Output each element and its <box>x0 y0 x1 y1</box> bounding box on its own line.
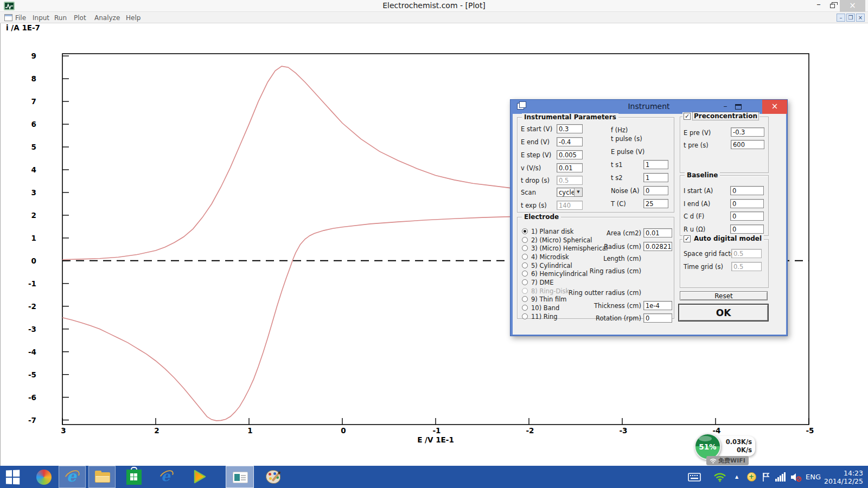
menu-item-input[interactable]: Input <box>29 14 53 22</box>
i-start-input[interactable]: 0 <box>730 186 764 195</box>
instrumental-parameters-group: Instrumental Parameters E start (V)0.3E … <box>517 117 674 213</box>
action-center-button[interactable] <box>760 466 773 488</box>
r-u-label: R u (Ω) <box>684 226 705 233</box>
temperature-input[interactable]: 25 <box>643 199 668 208</box>
electrode-radio-7[interactable] <box>522 279 528 285</box>
i-end-input[interactable]: 0 <box>730 199 764 208</box>
dialog-maximize-button[interactable] <box>735 104 742 110</box>
svg-text:-4: -4 <box>713 426 721 435</box>
svg-text:-2: -2 <box>28 302 36 311</box>
menu-item-run[interactable]: Run <box>51 14 70 22</box>
t-s2-input[interactable]: 1 <box>643 173 668 182</box>
electrode-radio-3[interactable] <box>522 245 528 251</box>
electrode-radio-4[interactable] <box>522 254 528 260</box>
upload-speed: 0.03K/s <box>719 438 752 446</box>
mdi-document-icon[interactable] <box>4 14 12 21</box>
scan-rate-input[interactable]: 0.01 <box>557 163 583 172</box>
window-close-button[interactable]: × <box>840 0 865 12</box>
internet-explorer-alt-button[interactable]: e <box>154 466 179 488</box>
e-pre-input[interactable]: -0.3 <box>731 127 764 137</box>
internet-explorer-button[interactable]: e <box>59 466 86 488</box>
electrode-option-7-label[interactable]: 7) DME <box>531 279 554 286</box>
r-u-input[interactable]: 0 <box>730 224 764 234</box>
electrode-radio-10[interactable] <box>522 305 528 311</box>
scan-select[interactable]: cycle▼ <box>557 188 583 197</box>
clock[interactable]: 14:23 2014/12/25 <box>824 466 864 488</box>
ring-radius-label: Ring radius (cm) <box>556 267 641 275</box>
t-s1-input[interactable]: 1 <box>643 160 668 169</box>
c-d-input[interactable]: 0 <box>730 211 764 221</box>
radius-label: Radius (cm) <box>556 243 641 251</box>
electrode-radio-6[interactable] <box>522 271 528 277</box>
menu-item-file[interactable]: File <box>12 14 29 22</box>
electrode-radio-9[interactable] <box>522 296 528 302</box>
pinwheel-browser-button[interactable] <box>31 466 56 488</box>
language-indicator[interactable]: ENG <box>804 466 822 488</box>
file-explorer-button[interactable] <box>88 466 116 488</box>
auto-digital-model-checkbox[interactable]: ✓ <box>684 235 691 242</box>
svg-text:0: 0 <box>341 426 346 435</box>
volume-button[interactable] <box>789 466 804 488</box>
menu-item-help[interactable]: Help <box>123 14 144 22</box>
radius-input[interactable]: 0.02821 <box>643 242 672 251</box>
dialog-close-button[interactable]: × <box>762 100 787 114</box>
window-minimize-button[interactable]: – <box>812 0 826 12</box>
svg-text:2: 2 <box>154 426 159 435</box>
menu-item-plot[interactable]: Plot <box>71 14 90 22</box>
image-viewer-app-button[interactable] <box>226 466 254 488</box>
baseline-title: Baseline <box>685 171 720 179</box>
instrumental-parameters-title: Instrumental Parameters <box>522 113 618 121</box>
rotation-input[interactable]: 0 <box>643 313 672 323</box>
menu-item-analyze[interactable]: Analyze <box>91 14 123 22</box>
noise-input[interactable]: 0 <box>643 186 668 195</box>
start-button[interactable] <box>0 466 30 488</box>
svg-text:9: 9 <box>31 52 36 60</box>
ring-outer-radius-label: Ring outter radius (cm) <box>556 289 641 297</box>
electrode-option-11-label[interactable]: 11) Ring <box>531 313 558 320</box>
e-end-input[interactable]: -0.4 <box>557 137 583 146</box>
svg-text:-6: -6 <box>28 393 36 402</box>
ok-button[interactable]: OK <box>678 304 769 322</box>
t-s2-label: t s2 <box>611 174 622 182</box>
electrode-radio-1[interactable] <box>522 228 528 234</box>
thickness-input[interactable]: 1e-4 <box>643 301 672 310</box>
electrode-radio-11[interactable] <box>522 313 528 319</box>
preconcentration-checkbox[interactable]: ✓ <box>684 113 691 120</box>
length-label: Length (cm) <box>556 255 641 262</box>
svg-text:-5: -5 <box>806 426 814 435</box>
e-end-label: E end (V) <box>521 138 550 146</box>
electrode-radio-5[interactable] <box>522 262 528 268</box>
mdi-minimize-button[interactable]: – <box>837 14 845 22</box>
mdi-restore-button[interactable]: ❐ <box>846 14 855 22</box>
paint-button[interactable] <box>260 466 286 488</box>
window-restore-button[interactable] <box>826 0 840 12</box>
noise-label: Noise (A) <box>611 187 639 195</box>
hidden-icons-caret[interactable]: ▲ <box>731 466 742 488</box>
signal-strength-button[interactable] <box>774 466 788 488</box>
wifi-icon <box>710 458 717 464</box>
svg-text:-1: -1 <box>28 279 36 288</box>
media-player-button[interactable] <box>187 466 212 488</box>
mdi-close-button[interactable]: × <box>856 14 865 22</box>
windows-store-button[interactable] <box>122 466 146 488</box>
preconcentration-label: Preconcentration <box>693 112 758 120</box>
space-grid-input: 0.5 <box>731 249 762 258</box>
svg-text:-2: -2 <box>526 426 534 435</box>
safety-tray-button[interactable]: + <box>744 466 758 488</box>
dialog-title: Instrument <box>510 102 787 111</box>
dialog-minimize-button[interactable]: – <box>719 101 732 110</box>
area-label: Area (cm2) <box>556 229 641 237</box>
scan-dropdown-arrow-icon[interactable]: ▼ <box>574 188 582 196</box>
touch-keyboard-button[interactable] <box>686 466 703 488</box>
reset-button[interactable]: Reset <box>680 291 768 300</box>
wifi-tray-button[interactable] <box>712 466 728 488</box>
svg-text:3: 3 <box>31 188 36 197</box>
electrode-radio-2[interactable] <box>522 237 528 243</box>
tray-date: 2014/12/25 <box>824 477 863 485</box>
e-step-input[interactable]: 0.005 <box>557 150 583 159</box>
preconcentration-group: ✓ Preconcentration E pre (V)-0.3t pre (s… <box>680 117 769 173</box>
e-start-input[interactable]: 0.3 <box>557 124 583 133</box>
t-pre-input[interactable]: 600 <box>731 140 764 149</box>
area-input[interactable]: 0.01 <box>643 228 672 237</box>
dialog-body: Instrumental Parameters E start (V)0.3E … <box>513 114 786 335</box>
